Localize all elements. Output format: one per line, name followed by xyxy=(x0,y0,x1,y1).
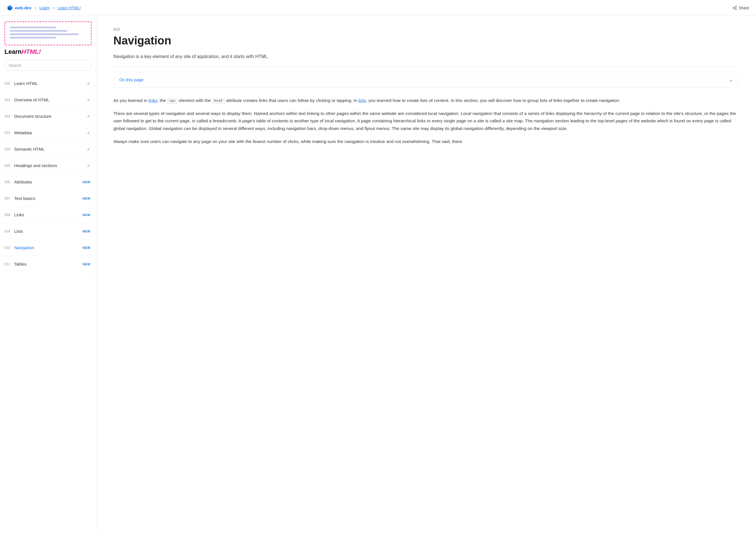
content-paragraph-2: There are several types of navigation an… xyxy=(113,110,739,132)
nav-check-004: ✓ xyxy=(87,147,91,151)
share-button[interactable]: Share xyxy=(733,6,749,10)
chevron-down-icon: ⌄ xyxy=(729,77,733,83)
svg-point-2 xyxy=(735,9,737,10)
illus-line-1 xyxy=(10,27,56,28)
content-area: 010 Navigation Navigation is a key eleme… xyxy=(96,16,756,534)
sidebar-title: LearnHTML! xyxy=(5,48,92,56)
svg-point-1 xyxy=(733,7,734,9)
lesson-number: 010 xyxy=(113,27,739,32)
svg-line-4 xyxy=(734,7,735,8)
nav-list: 000 Learn HTML ✓ 001 Overview of HTML ✓ … xyxy=(0,75,96,272)
nav-num-003: 003 xyxy=(5,131,14,135)
illustration-box xyxy=(5,21,92,45)
nav-num-000: 000 xyxy=(5,82,14,86)
nav-num-010: 010 xyxy=(5,246,14,250)
webdev-logo[interactable]: web.dev xyxy=(7,5,32,11)
links-link[interactable]: links xyxy=(148,98,157,103)
content-body: As you learned in links, the <a> element… xyxy=(113,97,739,145)
nav-label-002: Document structure xyxy=(14,114,85,119)
top-divider xyxy=(113,67,739,67)
sidebar-item-007[interactable]: 007 Text basics NEW xyxy=(0,190,96,207)
nav-num-004: 004 xyxy=(5,147,14,151)
sidebar-header: LearnHTML! xyxy=(0,16,96,60)
sidebar-item-002[interactable]: 002 Document structure ✓ xyxy=(0,108,96,125)
nav-num-005: 005 xyxy=(5,164,14,167)
nav-check-005: ✓ xyxy=(87,164,91,168)
breadcrumb-learn[interactable]: Learn xyxy=(40,6,50,10)
sidebar-item-004[interactable]: 004 Semantic HTML ✓ xyxy=(0,141,96,157)
nav-label-007: Text basics xyxy=(14,196,83,201)
breadcrumb-current[interactable]: Learn HTML! xyxy=(58,6,81,10)
nav-badge-006: NEW xyxy=(83,180,91,184)
sidebar-item-001[interactable]: 001 Overview of HTML ✓ xyxy=(0,92,96,108)
nav-label-001: Overview of HTML xyxy=(14,97,85,102)
sidebar-item-003[interactable]: 003 Metadata ✓ xyxy=(0,125,96,141)
content-paragraph-1: As you learned in links, the <a> element… xyxy=(113,97,739,104)
nav-check-001: ✓ xyxy=(87,98,91,102)
nav-label-009: Lists xyxy=(14,229,83,234)
nav-label-004: Semantic HTML xyxy=(14,147,85,151)
lesson-title: Navigation xyxy=(113,34,739,47)
sidebar-title-html: HTML! xyxy=(21,48,41,55)
sidebar-item-011[interactable]: 011 Tables NEW xyxy=(0,256,96,272)
nav-badge-010: NEW xyxy=(83,246,91,249)
content-paragraph-3: Always make sure users can navigate to a… xyxy=(113,138,739,145)
sidebar-item-006[interactable]: 006 Attributes NEW xyxy=(0,174,96,190)
nav-label-010: Navigation xyxy=(14,245,83,250)
on-this-page-toggle[interactable]: On this page ⌄ xyxy=(114,72,739,88)
nav-num-006: 006 xyxy=(5,180,14,184)
illus-line-3 xyxy=(10,34,79,35)
nav-check-002: ✓ xyxy=(87,114,91,119)
nav-check-000: ✓ xyxy=(87,81,91,86)
lesson-intro: Navigation is a key element of any site … xyxy=(113,53,739,60)
a-tag-code: <a> xyxy=(167,98,178,104)
nav-num-011: 011 xyxy=(5,262,14,266)
webdev-site-label: web.dev xyxy=(15,5,32,10)
nav-badge-008: NEW xyxy=(83,213,91,216)
nav-num-008: 008 xyxy=(5,213,14,217)
sidebar-title-learn: Learn xyxy=(5,48,21,55)
top-bar: web.dev > Learn > Learn HTML! Share xyxy=(0,0,756,16)
nav-num-002: 002 xyxy=(5,114,14,118)
breadcrumb: web.dev > Learn > Learn HTML! xyxy=(7,5,81,11)
nav-badge-007: NEW xyxy=(83,197,91,200)
breadcrumb-sep-1: > xyxy=(34,6,37,10)
nav-num-007: 007 xyxy=(5,196,14,200)
on-this-page-label: On this page xyxy=(119,77,143,82)
nav-label-006: Attributes xyxy=(14,180,83,184)
svg-point-0 xyxy=(735,6,737,7)
nav-label-003: Metadata xyxy=(14,130,85,135)
href-attr-code: href xyxy=(212,98,225,104)
nav-num-009: 009 xyxy=(5,229,14,233)
nav-label-000: Learn HTML xyxy=(14,81,85,86)
sidebar-item-008[interactable]: 008 Links NEW xyxy=(0,207,96,223)
nav-badge-009: NEW xyxy=(83,230,91,233)
main-layout: LearnHTML! 000 Learn HTML ✓ 001 Overview… xyxy=(0,16,756,534)
search-box xyxy=(5,60,92,71)
sidebar-item-009[interactable]: 009 Lists NEW xyxy=(0,223,96,240)
share-icon xyxy=(733,6,737,10)
lists-link[interactable]: lists xyxy=(359,98,366,103)
webdev-logo-icon xyxy=(7,5,13,11)
share-label: Share xyxy=(739,6,749,10)
illus-line-2 xyxy=(10,30,67,32)
nav-label-011: Tables xyxy=(14,262,83,267)
sidebar-item-000[interactable]: 000 Learn HTML ✓ xyxy=(0,75,96,92)
nav-label-005: Headings and sections xyxy=(14,163,85,168)
breadcrumb-sep-2: > xyxy=(52,6,55,10)
nav-label-008: Links xyxy=(14,212,83,217)
sidebar-item-005[interactable]: 005 Headings and sections ✓ xyxy=(0,157,96,174)
svg-line-3 xyxy=(734,8,735,9)
illus-line-4 xyxy=(10,37,56,38)
search-input[interactable] xyxy=(5,60,92,71)
nav-badge-011: NEW xyxy=(83,263,91,266)
sidebar-item-010[interactable]: 010 Navigation NEW xyxy=(0,240,96,256)
nav-check-003: ✓ xyxy=(87,131,91,135)
on-this-page-box: On this page ⌄ xyxy=(113,72,739,88)
nav-num-001: 001 xyxy=(5,98,14,102)
sidebar: LearnHTML! 000 Learn HTML ✓ 001 Overview… xyxy=(0,16,96,534)
